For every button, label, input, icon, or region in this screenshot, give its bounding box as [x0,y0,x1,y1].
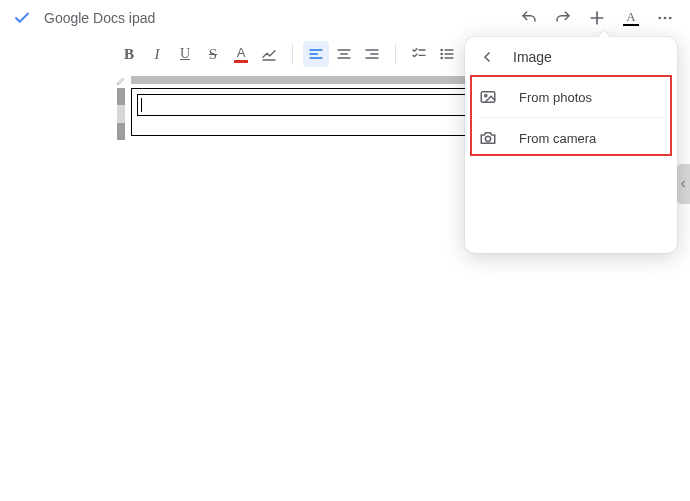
redo-icon[interactable] [552,7,574,29]
svg-point-23 [485,94,487,96]
back-chevron-icon[interactable] [479,49,497,65]
text-format-icon[interactable]: A [620,7,642,29]
svg-point-16 [441,49,442,50]
confirm-check-icon[interactable] [10,9,34,27]
italic-button[interactable]: I [144,41,170,67]
highlight-button[interactable] [256,41,282,67]
more-menu-icon[interactable] [654,7,676,29]
svg-point-3 [664,17,667,20]
align-center-button[interactable] [331,41,357,67]
strikethrough-button[interactable]: S [200,41,226,67]
camera-icon [479,129,499,147]
vertical-ruler [117,88,125,140]
from-photos-option[interactable]: From photos [465,77,677,117]
align-right-button[interactable] [359,41,385,67]
svg-point-4 [669,17,672,20]
side-drawer-handle[interactable] [676,164,690,204]
bulleted-list-button[interactable] [434,41,460,67]
checklist-button[interactable] [406,41,432,67]
underline-button[interactable]: U [172,41,198,67]
undo-icon[interactable] [518,7,540,29]
svg-point-20 [441,57,442,58]
menu-label: From camera [519,131,596,146]
svg-point-24 [485,136,490,141]
svg-point-2 [658,17,661,20]
separator [292,44,293,64]
text-cursor [141,98,142,112]
top-actions: A [518,7,680,29]
from-camera-option[interactable]: From camera [465,118,677,158]
edit-corner-icon [116,76,126,86]
bold-button[interactable]: B [116,41,142,67]
photo-icon [479,88,499,106]
popover-title: Image [513,49,552,65]
popover-caret [598,31,610,37]
document-title[interactable]: Google Docs ipad [44,10,155,26]
separator [395,44,396,64]
popover-header: Image [465,37,677,77]
insert-image-popover: Image From photos From camera [465,37,677,253]
text-color-button[interactable]: A [228,41,254,67]
title-bar: Google Docs ipad A [0,0,690,36]
svg-point-18 [441,53,442,54]
insert-plus-icon[interactable] [586,7,608,29]
menu-label: From photos [519,90,592,105]
align-left-button[interactable] [303,41,329,67]
